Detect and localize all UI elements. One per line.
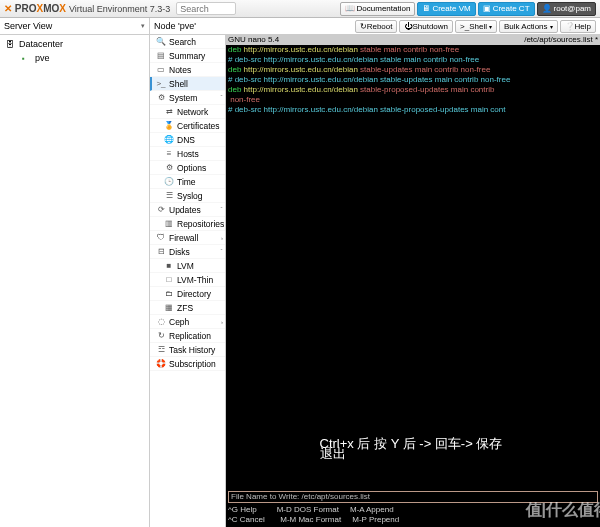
menu-lvm[interactable]: ■LVM — [150, 259, 225, 273]
menu-zfs[interactable]: ▦ZFS — [150, 301, 225, 315]
square-outline-icon: □ — [164, 275, 174, 284]
node-icon: ▪ — [22, 54, 32, 63]
create-vm-button[interactable]: 🖥Create VM — [417, 2, 475, 16]
chart-icon: ▤ — [156, 51, 166, 60]
chevron-right-icon: › — [221, 319, 223, 325]
chevron-down-icon: ▾ — [141, 22, 145, 30]
disk-icon: ⊟ — [156, 247, 166, 256]
options-icon: ⚙ — [164, 163, 174, 172]
tree-datacenter[interactable]: 🗄Datacenter — [0, 37, 149, 51]
network-icon: ⇄ — [164, 107, 174, 116]
menu-updates[interactable]: ⟳Updates˅ — [150, 203, 225, 217]
term-line: deb http://mirrors.ustc.edu.cn/debian st… — [226, 85, 600, 95]
list-icon: ☰ — [164, 191, 174, 200]
resource-tree: 🗄Datacenter ▪pve — [0, 35, 150, 527]
shell-terminal[interactable]: GNU nano 5.4 /etc/apt/sources.list * deb… — [226, 35, 600, 527]
notes-icon: ▭ — [156, 65, 166, 74]
zfs-icon: ▦ — [164, 303, 174, 312]
reboot-button[interactable]: ↻ Reboot — [355, 20, 398, 33]
brand-logo: ✕ PROXMOX — [4, 3, 66, 14]
menu-task-history[interactable]: ☲Task History — [150, 343, 225, 357]
version-label: Virtual Environment 7.3-3 — [69, 4, 170, 14]
menu-replication[interactable]: ↻Replication — [150, 329, 225, 343]
shell-dropdown[interactable]: >_ Shell▾ — [455, 20, 497, 33]
menu-time[interactable]: 🕒Time — [150, 175, 225, 189]
square-icon: ■ — [164, 261, 174, 270]
menu-notes[interactable]: ▭Notes — [150, 63, 225, 77]
menu-dns[interactable]: 🌐DNS — [150, 133, 225, 147]
nano-save-prompt: File Name to Write: /etc/apt/sources.lis… — [228, 491, 598, 503]
menu-lvm-thin[interactable]: □LVM-Thin — [150, 273, 225, 287]
cube-icon: ▣ — [483, 4, 491, 13]
term-line: deb http://mirrors.ustc.edu.cn/debian st… — [226, 65, 600, 75]
clock-icon: 🕒 — [164, 177, 174, 186]
chevron-right-icon: › — [221, 235, 223, 241]
search-icon: 🔍 — [156, 37, 166, 46]
menu-options[interactable]: ⚙Options — [150, 161, 225, 175]
side-menu: 🔍Search ▤Summary ▭Notes >_Shell ⚙System˅… — [150, 35, 226, 527]
monitor-icon: 🖥 — [422, 4, 430, 13]
server-view-dropdown[interactable]: Server View▾ — [0, 18, 150, 34]
chevron-down-icon: ˅ — [220, 206, 223, 213]
menu-firewall[interactable]: 🛡Firewall› — [150, 231, 225, 245]
folder-icon: 🗀 — [164, 289, 174, 298]
replication-icon: ↻ — [156, 331, 166, 340]
tree-node-pve[interactable]: ▪pve — [0, 51, 149, 65]
menu-disks[interactable]: ⊟Disks˅ — [150, 245, 225, 259]
server-icon: 🗄 — [6, 40, 16, 49]
menu-hosts[interactable]: ≡Hosts — [150, 147, 225, 161]
repo-icon: ▥ — [164, 219, 174, 228]
term-line: # deb-src http://mirrors.ustc.edu.cn/deb… — [226, 105, 600, 115]
term-line: deb http://mirrors.ustc.edu.cn/debian st… — [226, 45, 600, 55]
chevron-down-icon: ˅ — [220, 248, 223, 255]
menu-syslog[interactable]: ☰Syslog — [150, 189, 225, 203]
menu-shell[interactable]: >_Shell — [150, 77, 225, 91]
documentation-button[interactable]: 📖Documentation — [340, 2, 416, 16]
menu-system[interactable]: ⚙System˅ — [150, 91, 225, 105]
menu-ceph[interactable]: ◌Ceph› — [150, 315, 225, 329]
term-line: # deb-src http://mirrors.ustc.edu.cn/deb… — [226, 75, 600, 85]
shield-icon: 🛡 — [156, 233, 166, 242]
nano-help-bar: ^G Help M-D DOS Format M-A Append ^C Can… — [228, 505, 598, 525]
search-input[interactable] — [176, 2, 236, 15]
history-icon: ☲ — [156, 345, 166, 354]
menu-subscription[interactable]: 🛟Subscription — [150, 357, 225, 371]
shutdown-button[interactable]: ⏻ Shutdown — [399, 20, 453, 33]
gear-icon: ⚙ — [156, 93, 166, 102]
create-ct-button[interactable]: ▣Create CT — [478, 2, 535, 16]
menu-network[interactable]: ⇄Network — [150, 105, 225, 119]
user-icon: 👤 — [542, 4, 552, 13]
bulk-actions-dropdown[interactable]: Bulk Actions▾ — [499, 20, 558, 33]
ceph-icon: ◌ — [156, 317, 166, 326]
menu-repositories[interactable]: ▥Repositories — [150, 217, 225, 231]
chevron-down-icon: ˅ — [220, 94, 223, 101]
hosts-icon: ≡ — [164, 149, 174, 158]
refresh-icon: ⟳ — [156, 205, 166, 214]
instruction-overlay: Ctrl+x 后 按 Y 后 -> 回车-> 保存退出 — [320, 439, 507, 459]
book-icon: 📖 — [345, 4, 355, 13]
globe-icon: 🌐 — [164, 135, 174, 144]
node-title: Node 'pve' — [154, 21, 196, 31]
term-line: # deb-src http://mirrors.ustc.edu.cn/deb… — [226, 55, 600, 65]
cert-icon: 🏅 — [164, 121, 174, 130]
user-menu[interactable]: 👤root@pam — [537, 2, 596, 16]
help-button[interactable]: ❔ Help — [560, 20, 596, 33]
menu-certificates[interactable]: 🏅Certificates — [150, 119, 225, 133]
support-icon: 🛟 — [156, 359, 166, 368]
nano-titlebar: GNU nano 5.4 /etc/apt/sources.list * — [226, 35, 600, 45]
term-line: non-free — [226, 95, 600, 105]
menu-summary[interactable]: ▤Summary — [150, 49, 225, 63]
menu-directory[interactable]: 🗀Directory — [150, 287, 225, 301]
menu-search[interactable]: 🔍Search — [150, 35, 225, 49]
terminal-icon: >_ — [156, 79, 166, 88]
